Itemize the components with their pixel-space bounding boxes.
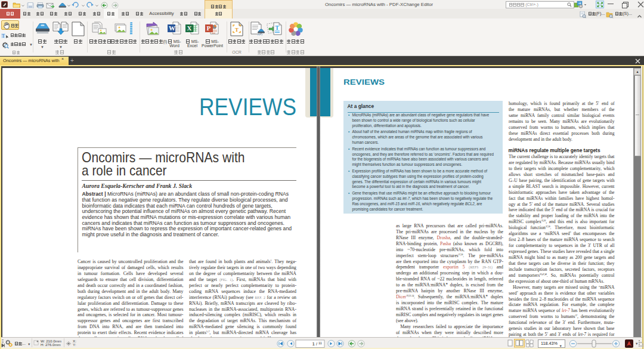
svg-text:1: 1 xyxy=(312,341,315,347)
svg-text:T: T xyxy=(275,25,280,31)
svg-text:11: 11 xyxy=(318,341,322,345)
svg-text:a role in cancer: a role in cancer xyxy=(82,162,167,178)
svg-text:/: / xyxy=(316,342,317,346)
svg-text:T: T xyxy=(235,27,239,33)
svg-text:REVIEWS: REVIEWS xyxy=(199,96,296,117)
svg-text:REVIEWS: REVIEWS xyxy=(343,78,385,87)
svg-text:T: T xyxy=(2,33,5,39)
svg-text:W: W xyxy=(169,24,175,32)
svg-text:X: X xyxy=(187,24,192,32)
svg-text:P: P xyxy=(207,24,211,32)
